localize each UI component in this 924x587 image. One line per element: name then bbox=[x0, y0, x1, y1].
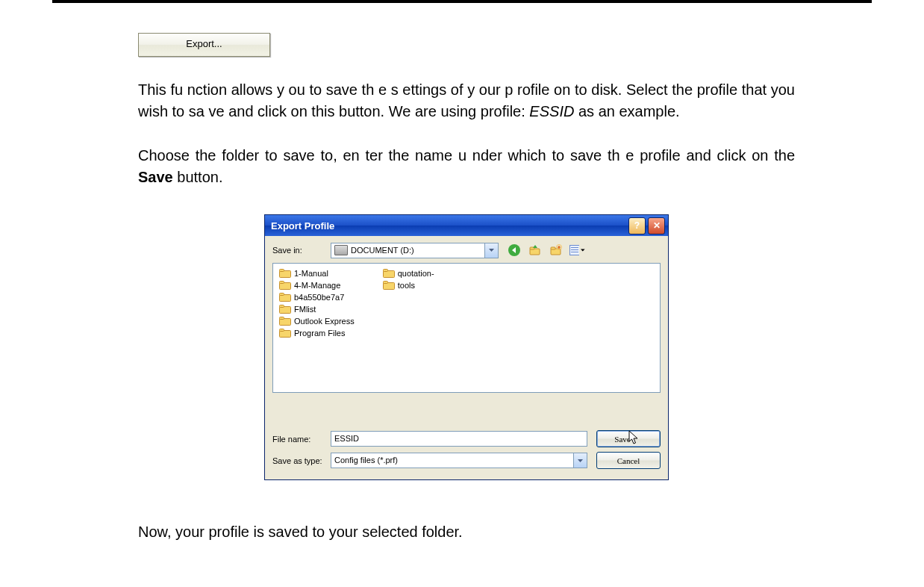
chevron-down-icon bbox=[581, 249, 585, 252]
views-menu-button[interactable] bbox=[569, 242, 585, 258]
svg-rect-9 bbox=[571, 252, 578, 252]
folder-item[interactable]: Program Files bbox=[279, 328, 355, 338]
combo-dropdown-icon[interactable] bbox=[484, 243, 498, 258]
folder-label: 1-Manual bbox=[294, 269, 328, 278]
folder-item[interactable]: 4-M-Manage bbox=[279, 280, 355, 290]
dialog-titlebar[interactable]: Export Profile ? ✕ bbox=[265, 215, 668, 236]
svg-rect-8 bbox=[571, 249, 578, 250]
drive-icon bbox=[334, 245, 348, 255]
save-in-label: Save in: bbox=[272, 246, 331, 255]
content: Export... This fu nction allows y ou to … bbox=[138, 33, 795, 543]
paragraph-2-text-b: button. bbox=[173, 169, 223, 185]
dialog-bottom-rows: File name: ESSID Save Save as type: Conf bbox=[272, 400, 661, 469]
paragraph-2: Choose the folder to save to, en ter the… bbox=[138, 145, 795, 188]
back-icon bbox=[508, 243, 521, 257]
file-list-col-1: 1-Manual4-M-Manageb4a550be7a7FMlistOutlo… bbox=[279, 268, 355, 338]
save-in-row: Save in: DOCUMENT (D:) bbox=[272, 242, 661, 258]
svg-rect-7 bbox=[571, 247, 578, 248]
cancel-button[interactable]: Cancel bbox=[596, 452, 661, 469]
folder-item[interactable]: b4a550be7a7 bbox=[279, 292, 355, 302]
help-button[interactable]: ? bbox=[628, 217, 646, 235]
folder-item[interactable]: FMlist bbox=[279, 304, 355, 314]
paragraph-1-italic: ESSID bbox=[529, 103, 574, 119]
folder-label: tools bbox=[398, 281, 415, 290]
views-icon bbox=[569, 244, 579, 256]
folder-label: FMlist bbox=[294, 305, 316, 314]
header-rule bbox=[52, 0, 872, 3]
paragraph-2-bold: Save bbox=[138, 169, 173, 185]
svg-rect-13 bbox=[280, 282, 284, 284]
save-button[interactable]: Save bbox=[596, 430, 661, 447]
save-as-type-label: Save as type: bbox=[272, 456, 331, 465]
cursor-icon bbox=[628, 430, 640, 445]
folder-label: 4-M-Manage bbox=[294, 281, 340, 290]
folder-label: Outlook Express bbox=[294, 317, 355, 326]
svg-rect-15 bbox=[280, 294, 284, 296]
save-in-value: DOCUMENT (D:) bbox=[351, 246, 414, 255]
svg-rect-4 bbox=[551, 247, 555, 249]
file-list-pane[interactable]: 1-Manual4-M-Manageb4a550be7a7FMlistOutlo… bbox=[272, 263, 661, 393]
file-name-input[interactable]: ESSID bbox=[331, 431, 587, 447]
paragraph-1: This fu nction allows y ou to save th e … bbox=[138, 79, 795, 122]
back-button[interactable] bbox=[506, 242, 522, 258]
document-page: Export... This fu nction allows y ou to … bbox=[0, 0, 924, 587]
paragraph-1-text-a: This fu nction allows y ou to save th e … bbox=[138, 81, 795, 119]
svg-rect-23 bbox=[383, 270, 387, 272]
folder-item[interactable]: 1-Manual bbox=[279, 268, 355, 278]
nav-buttons bbox=[506, 242, 585, 258]
svg-rect-25 bbox=[383, 282, 387, 284]
save-as-type-value: Config files (*.prf) bbox=[334, 456, 398, 465]
svg-rect-19 bbox=[280, 317, 284, 320]
file-name-label: File name: bbox=[272, 435, 331, 444]
file-list-col-2: quotation-tools bbox=[383, 268, 434, 290]
save-in-combo[interactable]: DOCUMENT (D:) bbox=[331, 243, 499, 258]
folder-label: Program Files bbox=[294, 329, 345, 338]
folder-item[interactable]: quotation- bbox=[383, 268, 434, 278]
file-name-row: File name: ESSID Save bbox=[272, 430, 661, 447]
paragraph-2-text-a: Choose the folder to save to, en ter the… bbox=[138, 147, 795, 164]
paragraph-3: Now, your profile is saved to your selec… bbox=[138, 521, 795, 543]
export-profile-dialog: Export Profile ? ✕ Save in: DOCUMENT (D:… bbox=[264, 214, 669, 480]
svg-rect-21 bbox=[280, 329, 284, 332]
dialog-body: Save in: DOCUMENT (D:) bbox=[265, 236, 668, 479]
svg-rect-11 bbox=[280, 270, 284, 272]
svg-rect-17 bbox=[280, 305, 284, 308]
new-folder-button[interactable] bbox=[548, 242, 564, 258]
folder-label: quotation- bbox=[398, 269, 434, 278]
dialog-title: Export Profile bbox=[268, 220, 626, 232]
save-as-type-combo[interactable]: Config files (*.prf) bbox=[331, 453, 587, 468]
folder-item[interactable]: tools bbox=[383, 280, 434, 290]
save-as-type-row: Save as type: Config files (*.prf) Cance… bbox=[272, 452, 661, 469]
export-button-illustration: Export... bbox=[138, 33, 270, 57]
up-folder-icon bbox=[528, 243, 542, 257]
folder-label: b4a550be7a7 bbox=[294, 293, 344, 302]
combo-dropdown-icon[interactable] bbox=[573, 453, 587, 468]
new-folder-icon bbox=[549, 243, 563, 257]
paragraph-1-text-b: as an example. bbox=[574, 103, 679, 119]
folder-item[interactable]: Outlook Express bbox=[279, 316, 355, 326]
up-one-level-button[interactable] bbox=[527, 242, 543, 258]
close-button[interactable]: ✕ bbox=[648, 217, 665, 235]
